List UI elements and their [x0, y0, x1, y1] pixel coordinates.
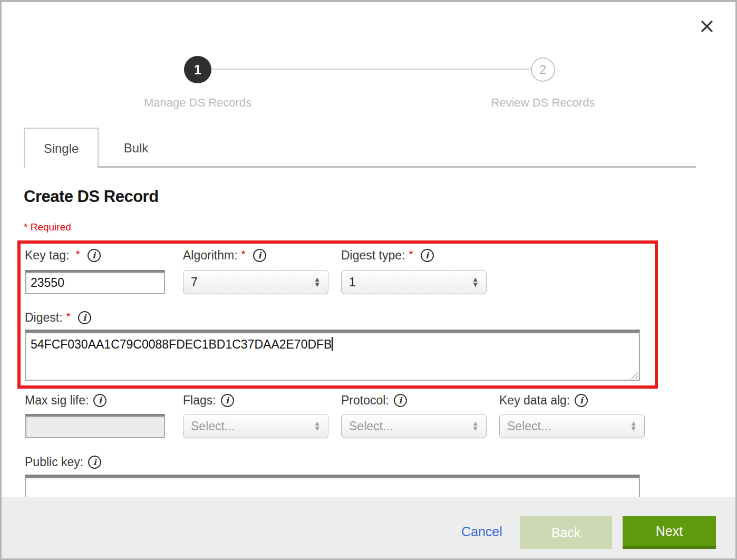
info-icon[interactable]: i — [93, 394, 106, 407]
key-tag-label: Key tag: * i — [25, 248, 101, 263]
digest-type-label-text: Digest type: — [341, 248, 405, 263]
tab-bar-underline — [97, 166, 696, 168]
info-icon[interactable]: i — [575, 394, 588, 407]
algorithm-label: Algorithm: * i — [183, 248, 266, 263]
required-asterisk: * — [241, 248, 246, 260]
flags-select[interactable]: Select... ▲▼ — [183, 414, 328, 438]
max-sig-life-label: Max sig life: i — [25, 393, 106, 408]
next-button[interactable]: Next — [623, 516, 716, 549]
step-1-circle: 1 — [184, 56, 211, 83]
info-icon[interactable]: i — [88, 249, 101, 262]
key-data-alg-select[interactable]: Select... ▲▼ — [499, 414, 645, 438]
max-sig-life-label-text: Max sig life: — [25, 393, 89, 408]
digest-type-select[interactable]: 1 ▲▼ — [341, 270, 487, 294]
cancel-button[interactable]: Cancel — [461, 524, 502, 539]
info-icon[interactable]: i — [78, 311, 91, 324]
flags-label-text: Flags: — [183, 393, 216, 408]
resize-handle[interactable] — [629, 370, 638, 379]
info-icon[interactable]: i — [421, 249, 434, 262]
tab-single[interactable]: Single — [24, 128, 99, 168]
protocol-select-value: Select... — [349, 419, 472, 433]
max-sig-life-input[interactable] — [25, 414, 165, 438]
select-arrows-icon: ▲▼ — [472, 421, 479, 431]
page-title: Create DS Record — [24, 187, 159, 206]
flags-select-value: Select... — [191, 419, 314, 433]
digest-type-label: Digest type: * i — [341, 248, 434, 263]
required-note: * Required — [24, 221, 71, 233]
protocol-label: Protocol: i — [341, 393, 407, 408]
protocol-label-text: Protocol: — [341, 393, 389, 408]
stepper-connector-line — [211, 69, 532, 70]
protocol-select[interactable]: Select... ▲▼ — [341, 414, 487, 438]
digest-value: 54FCF030AA1C79C0088FDEC1BD1C37DAA2E70DFB — [31, 337, 332, 351]
close-icon — [697, 17, 716, 36]
required-asterisk: * — [75, 248, 80, 260]
key-tag-label-text: Key tag: — [25, 248, 69, 263]
info-icon[interactable]: i — [221, 394, 234, 407]
required-asterisk: * — [66, 310, 71, 323]
algorithm-label-text: Algorithm: — [183, 248, 238, 263]
info-icon[interactable]: i — [88, 456, 101, 469]
close-button[interactable] — [697, 17, 716, 36]
select-arrows-icon: ▲▼ — [314, 421, 321, 431]
key-data-alg-label-text: Key data alg: — [499, 393, 570, 408]
algorithm-select-value: 7 — [191, 275, 314, 289]
create-ds-record-modal: 1 2 Manage DS Records Review DS Records … — [0, 0, 737, 560]
step-2-circle: 2 — [531, 57, 555, 82]
key-data-alg-label: Key data alg: i — [499, 393, 588, 408]
required-asterisk: * — [409, 248, 413, 260]
select-arrows-icon: ▲▼ — [314, 277, 321, 287]
digest-textarea[interactable]: 54FCF030AA1C79C0088FDEC1BD1C37DAA2E70DFB — [25, 330, 640, 381]
public-key-label: Public key: i — [25, 455, 101, 469]
info-icon[interactable]: i — [253, 249, 266, 262]
key-data-alg-select-value: Select... — [507, 419, 630, 433]
public-key-label-text: Public key: — [25, 455, 83, 469]
step-1-label: Manage DS Records — [103, 96, 293, 110]
flags-label: Flags: i — [183, 393, 234, 408]
select-arrows-icon: ▲▼ — [472, 277, 479, 287]
info-icon[interactable]: i — [394, 394, 407, 407]
algorithm-select[interactable]: 7 ▲▼ — [183, 270, 328, 294]
step-2-label: Review DS Records — [448, 96, 638, 110]
text-cursor — [332, 337, 333, 351]
digest-label-text: Digest: — [25, 311, 63, 325]
tab-bulk[interactable]: Bulk — [99, 128, 173, 168]
back-button[interactable]: Back — [520, 516, 612, 549]
digest-type-select-value: 1 — [349, 275, 472, 289]
digest-label: Digest: * i — [25, 311, 91, 325]
select-arrows-icon: ▲▼ — [630, 421, 637, 431]
key-tag-input[interactable]: 23550 — [25, 270, 165, 294]
